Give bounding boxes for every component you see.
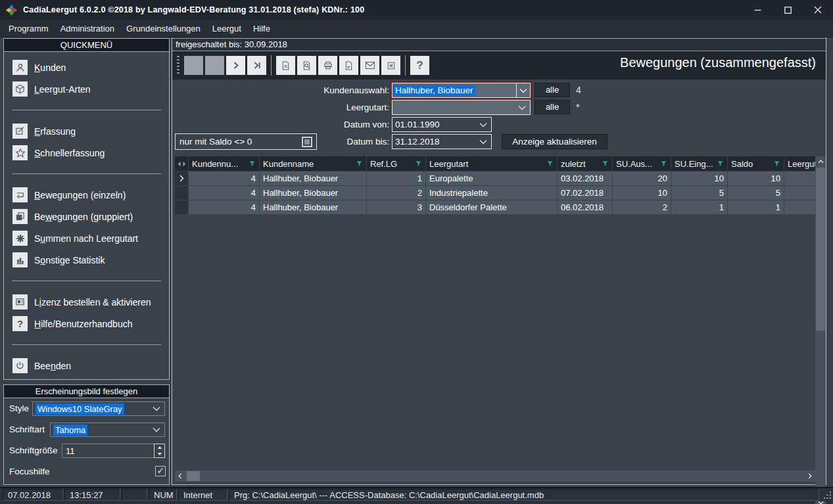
cell-su_aus: 2 xyxy=(613,200,671,214)
chevron-down-icon xyxy=(153,427,160,432)
sidebar-item-beenden[interactable]: Beenden xyxy=(4,355,169,377)
toolbar-separator xyxy=(271,55,272,76)
vertical-scrollbar[interactable] xyxy=(815,156,826,504)
appearance-panel: Erscheinungsbild festlegen Style Windows… xyxy=(3,384,170,485)
cell-ref_lg: 1 xyxy=(367,172,426,185)
horizontal-scroll-thumb[interactable] xyxy=(187,471,200,481)
font-select[interactable]: Tahoma xyxy=(50,423,165,437)
column-header-leergut[interactable]: Leergut xyxy=(784,156,815,171)
saldo-filter-checkbox[interactable] xyxy=(302,137,312,147)
sidebar-divider xyxy=(12,110,161,110)
last-record-button[interactable] xyxy=(247,56,266,75)
sidebar-item-sonstige-statistik[interactable]: Sonstige Statistik xyxy=(4,249,169,271)
menu-item-programm[interactable]: Programm xyxy=(3,20,55,37)
row-indicator xyxy=(175,200,189,214)
menu-item-leergut[interactable]: Leergut xyxy=(206,20,247,37)
datum-bis-picker[interactable]: 31.12.2018 xyxy=(392,134,492,149)
filter-icon[interactable] xyxy=(412,160,422,168)
column-header-saldo[interactable]: Saldo xyxy=(728,156,784,171)
sidebar-item-lizenz-bestellen-aktivieren[interactable]: Lizenz bestellen & aktivieren xyxy=(4,291,169,313)
filter-icon[interactable] xyxy=(599,160,609,168)
chevron-down-icon[interactable] xyxy=(516,83,530,97)
quickmenu-panel: QUICKMENÜ KundenLeergut-ArtenErfassungSc… xyxy=(3,38,170,380)
focus-help-checkbox[interactable] xyxy=(155,466,166,476)
close-button[interactable] xyxy=(803,0,833,20)
cell-leergutart: Industriepalette xyxy=(426,186,558,200)
first-record-button[interactable] xyxy=(184,56,203,75)
sidebar-item-summen-nach-leergutart[interactable]: Summen nach Leergutart xyxy=(4,227,169,249)
grid-header-row: Kundennu...KundennameRef.LGLeergutartzul… xyxy=(175,156,815,171)
filter-icon[interactable] xyxy=(714,160,724,168)
cell-zuletzt: 07.02.2018 xyxy=(558,186,613,200)
column-label: Kundennu... xyxy=(192,159,238,169)
send-mail-button[interactable] xyxy=(360,56,379,75)
leergutart-select[interactable] xyxy=(392,100,531,115)
filter-icon[interactable] xyxy=(246,160,256,168)
export-excel-button[interactable] xyxy=(381,56,400,75)
minimize-button[interactable] xyxy=(742,0,773,20)
column-header-su-eing[interactable]: SU.Eing... xyxy=(671,156,728,171)
menu-item-administration[interactable]: Administration xyxy=(55,20,120,37)
column-header-ref-lg[interactable]: Ref.LG xyxy=(367,156,426,171)
filter-icon[interactable] xyxy=(771,160,780,168)
table-row[interactable]: 4Hallhuber, Biobauer2Industriepalette07.… xyxy=(175,185,815,200)
report-button[interactable] xyxy=(276,56,295,75)
scroll-up-icon[interactable] xyxy=(815,156,826,167)
scroll-left-icon[interactable] xyxy=(175,470,185,482)
next-record-button[interactable] xyxy=(226,56,245,75)
sidebar-item-kunden[interactable]: Kunden xyxy=(4,57,169,78)
sidebar-item-label: Erfassung xyxy=(34,126,76,137)
sidebar-item-erfassung[interactable]: Erfassung xyxy=(4,120,169,142)
sidebar-item-hilfe-benutzerhandbuch[interactable]: ?Hilfe/Benutzerhandbuch xyxy=(4,313,169,334)
menu-item-grundeinstellungen[interactable]: Grundeinstellungen xyxy=(120,20,206,37)
sidebar-item-bewegungen-gruppiert[interactable]: Bewegungen (gruppiert) xyxy=(4,206,169,227)
sidebar-item-bewegungen-einzeln[interactable]: Bewegungen (einzeln) xyxy=(4,184,169,206)
table-row[interactable]: 4Hallhuber, Biobauer3Düsseldorfer Palett… xyxy=(175,200,815,214)
refresh-button[interactable]: Anzeige aktualisieren xyxy=(502,134,607,149)
stepper-down-button[interactable] xyxy=(155,451,164,457)
print-button[interactable] xyxy=(318,56,337,75)
export-excel-icon xyxy=(387,61,396,70)
font-size-input[interactable]: 11 xyxy=(62,444,165,458)
grid-corner-cell[interactable] xyxy=(175,156,189,171)
export-pdf-button[interactable] xyxy=(339,56,358,75)
vertical-scroll-thumb[interactable] xyxy=(816,168,825,331)
export-pdf-icon xyxy=(344,60,354,71)
row-indicator xyxy=(175,186,189,200)
style-select[interactable]: Windows10 SlateGray xyxy=(32,401,165,416)
help-button[interactable]: ? xyxy=(410,56,429,75)
filter-icon[interactable] xyxy=(353,160,363,168)
sum-icon xyxy=(12,231,28,246)
filter-icon[interactable] xyxy=(657,160,667,168)
power-icon xyxy=(12,358,28,373)
sidebar-item-leergut-arten[interactable]: Leergut-Arten xyxy=(4,78,169,100)
column-header-leergutart[interactable]: Leergutart xyxy=(426,156,558,171)
menu-item-hilfe[interactable]: Hilfe xyxy=(247,20,276,37)
sidebar-item-label: Lizenz bestellen & aktivieren xyxy=(34,297,151,308)
scroll-right-icon[interactable] xyxy=(805,470,815,482)
sidebar-divider xyxy=(12,173,161,174)
datum-von-picker[interactable]: 01.01.1990 xyxy=(392,117,492,132)
leergut-alle-button[interactable]: alle xyxy=(535,100,570,114)
kunden-alle-button[interactable]: alle xyxy=(535,83,570,97)
package-icon xyxy=(12,81,28,97)
sidebar-divider xyxy=(12,281,161,281)
column-header-kundennu[interactable]: Kundennu... xyxy=(189,156,260,171)
print-preview-button[interactable] xyxy=(297,56,316,75)
toolbar-drag-handle[interactable] xyxy=(177,56,179,76)
column-header-su-aus[interactable]: SU.Aus... xyxy=(613,156,671,171)
kundenauswahl-select[interactable]: Hallhuber, Biobauer xyxy=(392,83,531,98)
send-mail-icon xyxy=(365,61,375,70)
prior-record-button[interactable] xyxy=(205,56,224,75)
maximize-button[interactable] xyxy=(773,0,803,20)
stepper-up-button[interactable] xyxy=(155,444,164,451)
column-header-kundenname[interactable]: Kundenname xyxy=(260,156,367,171)
horizontal-scrollbar[interactable] xyxy=(175,470,815,482)
sidebar-item-schnellerfassung[interactable]: Schnellerfassung xyxy=(4,142,169,164)
resize-grip[interactable] xyxy=(823,491,832,499)
table-row[interactable]: 4Hallhuber, Biobauer1Europalette03.02.20… xyxy=(175,171,815,185)
filter-icon[interactable] xyxy=(544,160,554,168)
cell-kundenname: Hallhuber, Biobauer xyxy=(260,200,367,214)
cell-leergut: 3 xyxy=(784,200,815,214)
column-header-zuletzt[interactable]: zuletzt xyxy=(558,156,613,171)
